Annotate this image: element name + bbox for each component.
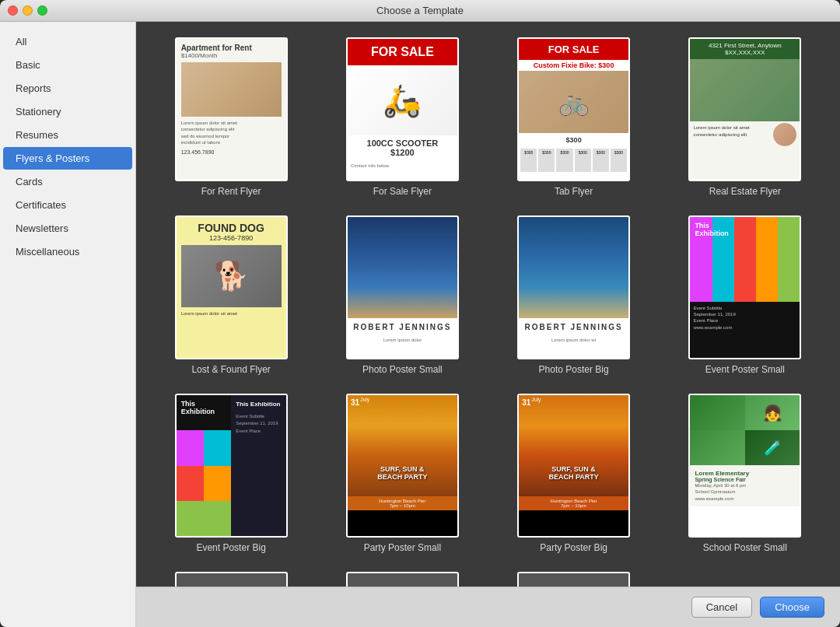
maximize-button[interactable] [37,5,47,16]
template-label-real-estate: Real Estate Flyer [709,186,781,197]
sidebar: AllBasicReportsStationeryResumesFlyers &… [0,22,136,627]
sidebar-item-all[interactable]: All [3,30,132,53]
content-area: Apartment for Rent $1400/Month Lorem ips… [136,22,840,627]
sidebar-item-basic[interactable]: Basic [3,54,132,76]
template-item-photo-poster-big[interactable]: ROBERT JENNINGS Lorem ipsum dolor sit Ph… [495,215,653,375]
template-item-party-poster-small[interactable]: 31 July SURF, SUN &BEACH PARTY Huntingto… [323,394,481,553]
template-label-school-poster-small: School Poster Small [703,542,787,553]
template-label-for-rent: For Rent Flyer [201,186,261,197]
title-bar: Choose a Template [0,0,840,22]
sidebar-item-stationery[interactable]: Stationery [3,100,132,123]
template-item-partial-2[interactable] [495,572,653,587]
sidebar-item-cards[interactable]: Cards [3,170,132,193]
template-label-for-sale: For Sale Flyer [373,186,432,197]
window-controls[interactable] [8,5,47,16]
template-item-for-rent[interactable]: Apartment for Rent $1400/Month Lorem ips… [152,37,310,197]
sidebar-item-reports[interactable]: Reports [3,77,132,100]
sidebar-item-newsletters[interactable]: Newsletters [3,217,132,240]
templates-grid: Apartment for Rent $1400/Month Lorem ips… [136,22,840,587]
choose-button[interactable]: Choose [760,597,824,618]
template-item-photo-poster-small[interactable]: ROBERT JENNINGS Lorem ipsum dolor Photo … [323,215,481,375]
template-label-photo-poster-small: Photo Poster Small [362,364,443,375]
template-item-lost-found[interactable]: FOUND DOG 123-456-7890 🐕 Lorem ipsum dol… [152,215,310,375]
minimize-button[interactable] [23,5,33,16]
sidebar-item-miscellaneous[interactable]: Miscellaneous [3,240,132,263]
template-label-event-poster-big: Event Poster Big [196,542,265,553]
template-item-event-poster-big[interactable]: ThisExhibition This Exhibition Event Sub… [152,394,310,553]
template-item-partial-0[interactable] [152,572,310,587]
template-label-photo-poster-big: Photo Poster Big [539,364,609,375]
sidebar-item-flyers-posters[interactable]: Flyers & Posters [3,147,132,170]
template-item-real-estate[interactable]: 4321 First Street, Anytown$XX,XXX,XXX Lo… [666,37,824,197]
bottom-bar: Cancel Choose [136,587,840,627]
template-item-school-poster-small[interactable]: 👧 🧪 Lorem Elementary Spring Science Fair… [666,394,824,553]
sidebar-item-resumes[interactable]: Resumes [3,124,132,146]
template-label-party-poster-small: Party Poster Small [364,542,441,553]
template-label-party-poster-big: Party Poster Big [540,542,607,553]
cancel-button[interactable]: Cancel [691,597,752,618]
template-item-for-sale[interactable]: FOR SALE 🛵 100CC SCOOTER$1200 Contact in… [323,37,481,197]
template-label-lost-found: Lost & Found Flyer [191,364,270,375]
template-label-tab-flyer: Tab Flyer [555,186,593,197]
template-item-partial-1[interactable] [323,572,481,587]
main-container: AllBasicReportsStationeryResumesFlyers &… [0,22,840,627]
template-label-event-poster-small: Event Poster Small [705,364,785,375]
close-button[interactable] [8,5,18,16]
template-item-event-poster-small[interactable]: ThisExhibition Event SubtitleSeptember 1… [666,215,824,375]
template-item-party-poster-big[interactable]: 31 July SURF, SUN &BEACH PARTY Huntingto… [495,394,653,553]
template-item-tab-flyer[interactable]: FOR SALE Custom Fixie Bike: $300 🚲 $300 … [495,37,653,197]
sidebar-item-certificates[interactable]: Certificates [3,194,132,216]
window-title: Choose a Template [376,5,464,16]
